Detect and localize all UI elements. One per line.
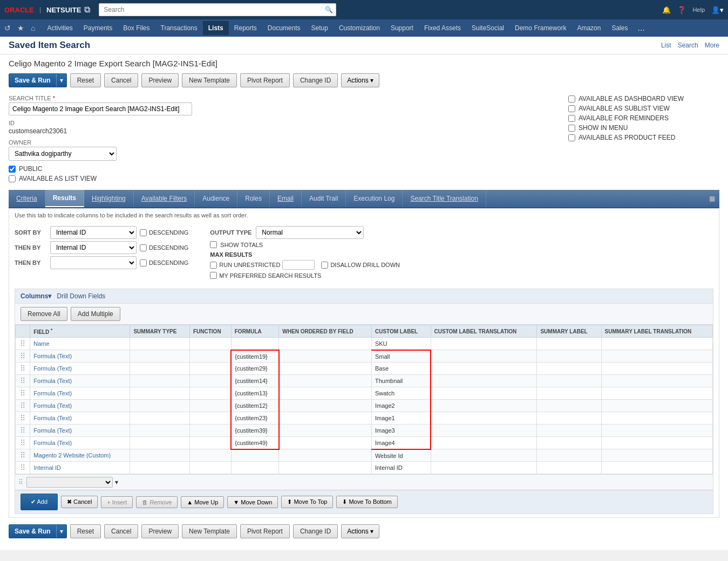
- drag-handle[interactable]: ⠿: [20, 364, 25, 373]
- public-checkbox[interactable]: [9, 166, 16, 173]
- show-totals-checkbox[interactable]: [210, 241, 217, 248]
- remove-all-button[interactable]: Remove All: [21, 307, 67, 321]
- actions-button[interactable]: Actions ▾: [341, 73, 379, 87]
- dashboard-view-checkbox[interactable]: [568, 95, 575, 102]
- tab-roles[interactable]: Roles: [237, 190, 270, 207]
- reminders-checkbox[interactable]: [568, 115, 575, 122]
- reset-button[interactable]: Reset: [70, 73, 101, 87]
- columns-title[interactable]: Columns▾: [21, 292, 51, 300]
- sublist-view-checkbox[interactable]: [568, 105, 575, 112]
- menu-item-amazon[interactable]: Amazon: [571, 21, 606, 35]
- save-run-label[interactable]: Save & Run: [9, 74, 56, 87]
- preferred-search-checkbox[interactable]: [210, 272, 217, 279]
- bottom-cancel-button[interactable]: Cancel: [104, 524, 138, 538]
- drill-down-fields[interactable]: Drill Down Fields: [57, 292, 105, 300]
- disallow-drill-down-checkbox[interactable]: [321, 262, 328, 269]
- add-label[interactable]: ✔ Add: [26, 496, 52, 508]
- notifications-icon[interactable]: 🔔: [662, 6, 671, 14]
- search-input[interactable]: [99, 3, 336, 16]
- favorites-icon[interactable]: ★: [16, 23, 25, 33]
- product-feed-checkbox[interactable]: [568, 134, 575, 141]
- then-by-select-2[interactable]: [50, 256, 137, 269]
- menu-item-documents[interactable]: Documents: [262, 21, 306, 35]
- drag-handle[interactable]: ⠿: [20, 414, 25, 422]
- save-run-dropdown[interactable]: ▾: [56, 74, 66, 87]
- max-results-input[interactable]: [282, 260, 315, 270]
- then-by-2-desc-checkbox[interactable]: [140, 259, 147, 266]
- menu-item-payments[interactable]: Payments: [78, 21, 118, 35]
- tab-search-title-translation[interactable]: Search Title Translation: [403, 190, 486, 207]
- drag-handle[interactable]: ⠿: [20, 439, 25, 447]
- owner-select[interactable]: Sathvika dogiparthy: [9, 147, 117, 161]
- search-link[interactable]: Search: [678, 42, 698, 49]
- move-down-button[interactable]: ▼ Move Down: [227, 496, 278, 508]
- menu-item-setup[interactable]: Setup: [306, 21, 334, 35]
- available-list-view-checkbox[interactable]: [9, 175, 16, 182]
- pivot-report-button[interactable]: Pivot Report: [240, 73, 290, 87]
- sort-by-desc-checkbox[interactable]: [140, 229, 147, 236]
- cancel-button[interactable]: Cancel: [104, 73, 138, 87]
- bottom-change-id-button[interactable]: Change ID: [293, 524, 338, 538]
- menu-item-reports[interactable]: Reports: [229, 21, 262, 35]
- refresh-icon[interactable]: ↺: [3, 23, 12, 33]
- remove-button[interactable]: 🗑 Remove: [136, 496, 178, 508]
- bottom-save-run-button[interactable]: Save & Run ▾: [9, 524, 67, 538]
- drag-handle[interactable]: ⠿: [20, 463, 25, 472]
- change-id-button[interactable]: Change ID: [293, 73, 338, 87]
- tab-audience[interactable]: Audience: [195, 190, 237, 207]
- drag-handle[interactable]: ⠿: [20, 401, 25, 410]
- bottom-preview-button[interactable]: Preview: [141, 524, 179, 538]
- cancel-action-button[interactable]: ✖ Cancel: [61, 496, 98, 508]
- menu-item-boxfiles[interactable]: Box Files: [118, 21, 155, 35]
- then-by-select-1[interactable]: Internal ID: [50, 241, 137, 254]
- more-link[interactable]: More: [705, 42, 719, 49]
- add-button[interactable]: ✔ Add: [21, 494, 58, 510]
- menu-item-support[interactable]: Support: [385, 21, 419, 35]
- tab-email[interactable]: Email: [270, 190, 302, 207]
- sort-by-select[interactable]: Internal ID: [50, 226, 137, 239]
- tab-execution-log[interactable]: Execution Log: [346, 190, 403, 207]
- tab-available-filters[interactable]: Available Filters: [134, 190, 195, 207]
- tab-criteria[interactable]: Criteria: [9, 190, 45, 207]
- tab-highlighting[interactable]: Highlighting: [84, 190, 134, 207]
- new-template-button[interactable]: New Template: [182, 73, 237, 87]
- user-menu-icon[interactable]: 👤▾: [711, 6, 724, 14]
- columns-table-scroll[interactable]: FIELD * SUMMARY TYPE FUNCTION FORMULA WH…: [15, 325, 713, 474]
- menu-item-transactions[interactable]: Transactions: [155, 21, 203, 35]
- list-link[interactable]: List: [661, 42, 671, 49]
- search-title-input[interactable]: [9, 102, 192, 115]
- new-field-select[interactable]: [26, 477, 113, 488]
- move-up-button[interactable]: ▲ Move Up: [181, 496, 224, 508]
- bottom-actions-button[interactable]: Actions ▾: [341, 524, 379, 538]
- drag-handle[interactable]: ⠿: [20, 451, 25, 460]
- help-icon[interactable]: ❓: [677, 6, 686, 14]
- drag-handle[interactable]: ⠿: [20, 426, 25, 435]
- bottom-save-run-label[interactable]: Save & Run: [9, 525, 56, 538]
- menu-item-customization[interactable]: Customization: [334, 21, 385, 35]
- output-type-select[interactable]: Normal: [256, 226, 364, 239]
- add-multiple-button[interactable]: Add Multiple: [71, 307, 120, 321]
- tab-collapse-icon[interactable]: ▦: [705, 193, 719, 204]
- bottom-reset-button[interactable]: Reset: [70, 524, 101, 538]
- drag-handle[interactable]: ⠿: [20, 339, 25, 348]
- menu-item-lists[interactable]: Lists: [203, 21, 229, 35]
- bottom-new-template-button[interactable]: New Template: [182, 524, 237, 538]
- tab-results[interactable]: Results: [45, 190, 84, 207]
- drag-handle[interactable]: ⠿: [20, 352, 25, 360]
- bottom-save-run-dropdown[interactable]: ▾: [56, 525, 66, 538]
- home-icon[interactable]: ⌂: [30, 23, 36, 33]
- menu-item-demoframework[interactable]: Demo Framework: [509, 21, 571, 35]
- preview-button[interactable]: Preview: [141, 73, 179, 87]
- show-menu-checkbox[interactable]: [568, 125, 575, 132]
- menu-item-sales[interactable]: Sales: [606, 21, 633, 35]
- tab-audit-trail[interactable]: Audit Trail: [302, 190, 346, 207]
- then-by-1-desc-checkbox[interactable]: [140, 244, 147, 251]
- move-to-bottom-button[interactable]: ⬇ Move To Bottom: [336, 496, 397, 508]
- global-search[interactable]: 🔍: [99, 3, 336, 16]
- insert-button[interactable]: + Insert: [101, 496, 133, 508]
- drag-handle[interactable]: ⠿: [20, 377, 25, 385]
- menu-item-activities[interactable]: Activities: [42, 21, 78, 35]
- drag-handle[interactable]: ⠿: [20, 389, 25, 398]
- move-to-top-button[interactable]: ⬆ Move To Top: [281, 496, 333, 508]
- menu-more-button[interactable]: ...: [633, 23, 649, 33]
